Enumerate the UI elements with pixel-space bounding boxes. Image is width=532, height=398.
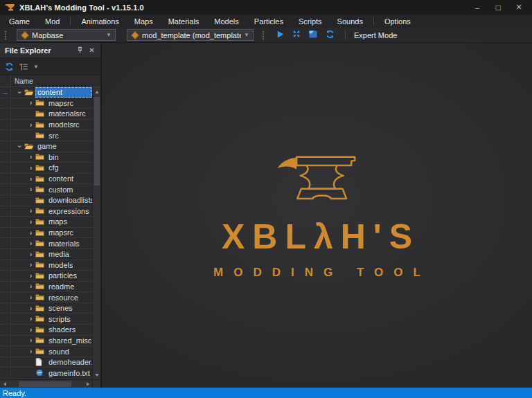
chevron-right-icon[interactable]: ›	[26, 293, 35, 301]
tree-item-label-area[interactable]: content	[35, 87, 92, 98]
tree-item-label-area[interactable]: gameinfo.txt	[46, 368, 92, 378]
tree-item-label-area[interactable]: materials	[46, 238, 92, 248]
tree-item-label-area[interactable]: mapsrc	[46, 228, 92, 238]
menu-sounds[interactable]: Sounds	[330, 15, 371, 28]
chevron-right-icon[interactable]: ›	[26, 315, 35, 323]
game-dropdown[interactable]: Mapbase ▼	[17, 29, 116, 41]
tree-item-downloadlists[interactable]: downloadlists	[0, 195, 92, 206]
scroll-right-button[interactable]	[83, 382, 92, 386]
chevron-right-icon[interactable]: ›	[26, 282, 35, 290]
tree-item-demoheader.tmp[interactable]: demoheader.tmp	[0, 357, 92, 368]
scroll-up-button[interactable]	[93, 87, 100, 96]
tree-item-maps[interactable]: ›maps	[0, 217, 92, 228]
tree-item-mapsrc[interactable]: ›mapsrc	[0, 98, 92, 109]
chevron-right-icon[interactable]: ›	[26, 207, 35, 215]
tree-item-label-area[interactable]: modelsrc	[46, 120, 92, 130]
tree-item-sound[interactable]: ›sound	[0, 346, 92, 357]
pin-icon[interactable]	[74, 44, 86, 56]
tree-item-content[interactable]: ›content	[0, 174, 92, 185]
refresh-mod-button[interactable]	[321, 28, 338, 42]
tree-item-label-area[interactable]: demoheader.tmp	[46, 357, 92, 368]
tree-item-shaders[interactable]: ›shaders	[0, 325, 92, 336]
package-button[interactable]	[305, 28, 321, 42]
tree-item-custom[interactable]: ›custom	[0, 184, 92, 195]
tree-item-materialsrc[interactable]: materialsrc	[0, 109, 92, 120]
chevron-right-icon[interactable]: ›	[26, 261, 35, 269]
chevron-right-icon[interactable]: ›	[26, 305, 35, 312]
tree-item-scripts[interactable]: ›scripts	[0, 314, 92, 325]
tree-item-label-area[interactable]: cfg	[46, 163, 92, 173]
tree-item-label-area[interactable]: media	[46, 249, 92, 260]
tree-item-label-area[interactable]: scenes	[46, 303, 92, 314]
chevron-right-icon[interactable]: ›	[26, 336, 35, 344]
tree-item-label-area[interactable]: shared_misc	[46, 336, 92, 346]
tree-item-expressions[interactable]: ›expressions	[0, 206, 92, 217]
tree-item-label-area[interactable]: materialsrc	[46, 109, 92, 119]
chevron-right-icon[interactable]: ›	[26, 347, 35, 355]
tree-item-content[interactable]: →›content	[0, 87, 92, 98]
tree-item-label-area[interactable]: custom	[46, 184, 92, 195]
chevron-down-icon[interactable]: ›	[16, 142, 24, 151]
chevron-right-icon[interactable]: ›	[26, 251, 35, 258]
tree-item-resource[interactable]: ›resource	[0, 292, 92, 303]
tree-item-scenes[interactable]: ›scenes	[0, 303, 92, 314]
tree-item-label-area[interactable]: mapsrc	[46, 98, 92, 109]
chevron-down-icon[interactable]: ›	[16, 88, 24, 97]
menu-maps[interactable]: Maps	[127, 15, 161, 28]
tree-item-src[interactable]: src	[0, 130, 92, 141]
collapse-all-button[interactable]	[17, 60, 31, 73]
menu-materials[interactable]: Materials	[161, 15, 207, 28]
tree-item-bin[interactable]: ›bin	[0, 152, 92, 163]
tree-item-cfg[interactable]: ›cfg	[0, 163, 92, 174]
chevron-right-icon[interactable]: ›	[26, 164, 35, 172]
tree-item-label-area[interactable]: game	[35, 141, 92, 152]
tree-item-label-area[interactable]: bin	[46, 152, 92, 163]
tree-item-shared_misc[interactable]: ›shared_misc	[0, 336, 92, 347]
scrollbar-track[interactable]	[9, 380, 83, 388]
mod-dropdown[interactable]: mod_template (mod_template) ▼	[127, 29, 254, 41]
vertical-scrollbar[interactable]	[92, 87, 100, 379]
close-button[interactable]: ✕	[508, 1, 529, 14]
maximize-button[interactable]: □	[488, 1, 508, 14]
chevron-right-icon[interactable]: ›	[26, 272, 35, 280]
chevron-right-icon[interactable]: ›	[26, 326, 35, 334]
tree-item-readme[interactable]: ›readme	[0, 282, 92, 293]
menu-game[interactable]: Game	[1, 15, 37, 28]
chevron-right-icon[interactable]: ›	[26, 229, 35, 237]
tree-item-label-area[interactable]: src	[46, 130, 92, 141]
tree-item-label-area[interactable]: maps	[46, 217, 92, 227]
menu-animations[interactable]: Animations	[73, 15, 126, 28]
tree-item-label-area[interactable]: shaders	[46, 325, 92, 335]
chevron-right-icon[interactable]: ›	[26, 175, 35, 183]
close-icon[interactable]: ✕	[86, 44, 98, 56]
tree-item-particles[interactable]: ›particles	[0, 271, 92, 282]
chevron-right-icon[interactable]: ›	[26, 218, 35, 226]
scroll-down-button[interactable]	[93, 370, 100, 379]
tree-item-label-area[interactable]: models	[46, 260, 92, 271]
tree-item-label-area[interactable]: expressions	[46, 206, 92, 217]
tree-item-label-area[interactable]: scripts	[46, 314, 92, 324]
toolbar-grip[interactable]	[262, 30, 265, 40]
tree-item-label-area[interactable]: content	[46, 174, 92, 184]
tree-item-label-area[interactable]: readme	[46, 282, 92, 292]
tree-item-label-area[interactable]: downloadlists	[46, 195, 92, 206]
menu-models[interactable]: Models	[206, 15, 246, 28]
chevron-right-icon[interactable]: ›	[26, 121, 35, 129]
refresh-tree-button[interactable]	[2, 60, 17, 73]
tree-item-media[interactable]: ›media	[0, 249, 92, 260]
chevron-right-icon[interactable]: ›	[26, 153, 35, 161]
scrollbar-thumb[interactable]	[94, 97, 100, 186]
tree-item-label-area[interactable]: particles	[46, 271, 92, 281]
tree-item-modelsrc[interactable]: ›modelsrc	[0, 120, 92, 131]
tree-item-materials[interactable]: ›materials	[0, 238, 92, 249]
expert-mode-toggle[interactable]: Expert Mode	[354, 31, 397, 39]
tree-item-mapsrc[interactable]: ›mapsrc	[0, 228, 92, 239]
chevron-down-icon[interactable]: ▼	[33, 64, 39, 70]
menu-mod[interactable]: Mod	[37, 15, 67, 28]
tree-item-label-area[interactable]: sound	[46, 346, 92, 356]
name-column-header[interactable]: Name	[11, 75, 100, 87]
chevron-right-icon[interactable]: ›	[26, 239, 35, 247]
chevron-right-icon[interactable]: ›	[26, 99, 35, 107]
toolbar-grip[interactable]	[4, 30, 7, 40]
compile-button[interactable]	[288, 28, 305, 42]
